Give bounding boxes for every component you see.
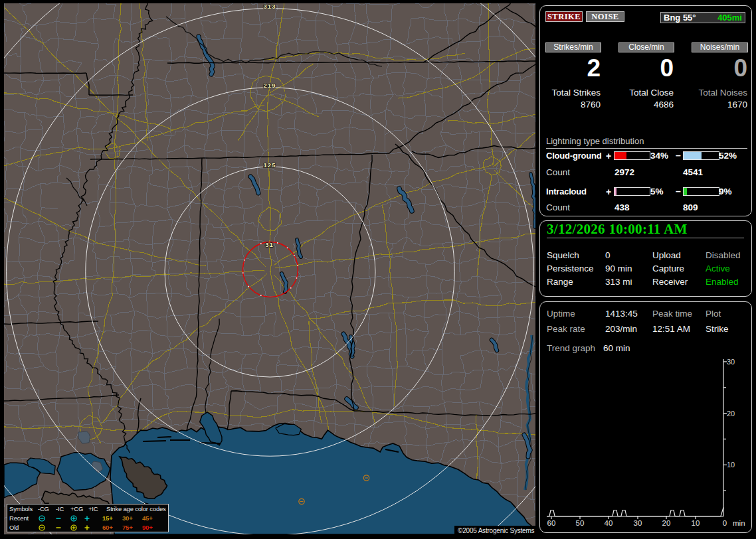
svg-text:20: 20 — [727, 410, 735, 418]
svg-text:0: 0 — [723, 519, 727, 527]
svg-text:219: 219 — [264, 82, 276, 89]
svg-text:40: 40 — [605, 519, 613, 527]
svg-text:90+: 90+ — [142, 524, 153, 531]
svg-text:Strike age color codes: Strike age color codes — [106, 505, 166, 512]
svg-text:+IC: +IC — [88, 505, 98, 512]
svg-text:Recent: Recent — [9, 514, 29, 522]
svg-text:min: min — [733, 519, 745, 527]
svg-text:10: 10 — [727, 461, 735, 469]
svg-text:©2005 Astrogenic Systems: ©2005 Astrogenic Systems — [458, 527, 535, 534]
svg-text:-IC: -IC — [56, 505, 64, 512]
svg-text:125: 125 — [264, 161, 276, 169]
svg-text:15+: 15+ — [102, 514, 113, 522]
svg-text:+CG: +CG — [70, 505, 83, 512]
svg-text:30: 30 — [634, 519, 642, 527]
svg-text:10: 10 — [692, 519, 700, 527]
svg-text:45+: 45+ — [142, 514, 153, 522]
svg-text:30+: 30+ — [122, 514, 133, 522]
svg-text:50: 50 — [576, 519, 585, 527]
svg-text:30: 30 — [727, 358, 735, 366]
svg-text:Symbols: Symbols — [9, 505, 33, 512]
svg-text:-CG: -CG — [38, 505, 49, 512]
svg-text:60+: 60+ — [102, 524, 113, 531]
svg-text:31: 31 — [265, 241, 274, 248]
svg-text:Old: Old — [9, 524, 19, 531]
svg-text:75+: 75+ — [122, 524, 133, 531]
svg-text:20: 20 — [662, 519, 671, 527]
svg-text:313: 313 — [264, 3, 276, 10]
svg-text:60: 60 — [547, 519, 556, 527]
